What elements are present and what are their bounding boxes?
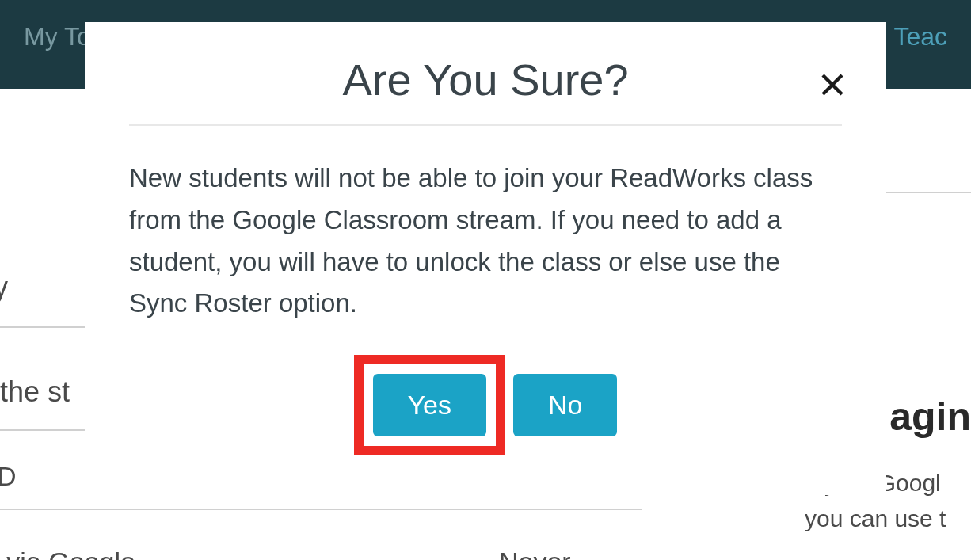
modal-divider bbox=[129, 124, 842, 126]
yes-highlight: Yes bbox=[354, 355, 505, 455]
no-button[interactable]: No bbox=[513, 374, 617, 436]
close-icon bbox=[818, 70, 847, 101]
yes-button[interactable]: Yes bbox=[373, 374, 486, 436]
modal-overlay: Are You Sure? New students will not be a… bbox=[0, 0, 971, 560]
modal-title: Are You Sure? bbox=[129, 54, 842, 105]
confirmation-modal: Are You Sure? New students will not be a… bbox=[85, 22, 886, 495]
modal-body: New students will not be able to join yo… bbox=[129, 158, 842, 325]
close-button[interactable] bbox=[813, 67, 851, 105]
modal-actions: Yes No bbox=[129, 355, 842, 455]
